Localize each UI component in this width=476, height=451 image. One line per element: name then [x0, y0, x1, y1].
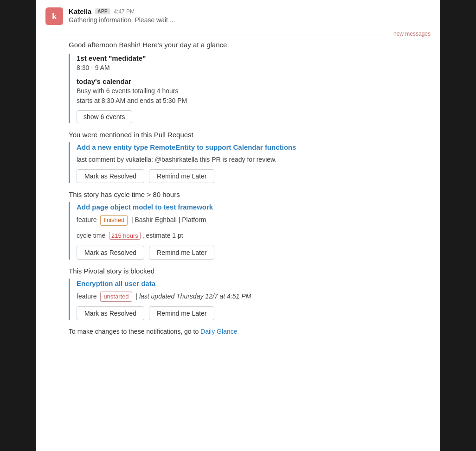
pivotal-last-updated: last updated Thursday 12/7 at 4:51 PM — [139, 292, 251, 300]
app-badge: APP — [95, 8, 110, 14]
timestamp: 4:47 PM — [114, 8, 135, 15]
story-detail-line2: cycle time 215 hours , estimate 1 pt — [77, 230, 431, 241]
pivotal-remind-button[interactable]: Remind me Later — [149, 306, 214, 320]
intro-text: Good afternoon Bashir! Here's your day a… — [69, 41, 431, 49]
avatar-letter: k — [52, 12, 57, 21]
story-author: Bashir Eghbali — [135, 216, 177, 223]
pivotal-title[interactable]: Encryption all user data — [77, 279, 431, 288]
calendar-block: 1st event "medidate" 8:30 - 9 AM today's… — [69, 54, 431, 123]
pivotal-action-buttons: Mark as Resolved Remind me Later — [77, 306, 431, 320]
show-events-button[interactable]: show 6 events — [77, 110, 132, 123]
story-title[interactable]: Add page object model to test framework — [77, 202, 431, 212]
header-name-row: Katella APP 4:47 PM — [69, 7, 431, 15]
story-resolve-button[interactable]: Mark as Resolved — [77, 246, 144, 260]
header-subtitle: Gathering information. Please wait ... — [69, 16, 431, 24]
story-intro: This story has cycle time > 80 hours — [69, 191, 431, 198]
story-cycle-label: cycle time — [77, 232, 105, 239]
first-event-time: 8:30 - 9 AM — [77, 63, 431, 73]
story-estimate: , estimate 1 pt — [142, 232, 183, 239]
pr-title[interactable]: Add a new entity type RemoteEntity to su… — [77, 142, 431, 152]
calendar-heading: today's calendar — [77, 77, 431, 85]
story-remind-button[interactable]: Remind me Later — [149, 246, 214, 260]
new-messages-label: new messages — [393, 31, 431, 37]
badge-unstarted: unstarted — [100, 292, 132, 302]
calendar-busy: Busy with 6 events totalling 4 hours — [77, 86, 431, 96]
pr-intro: You were mentioned in this Pull Request — [69, 131, 431, 139]
footer-text: To make changes to these notifications, … — [69, 328, 431, 335]
badge-finished: finished — [100, 215, 128, 226]
pr-action-buttons: Mark as Resolved Remind me Later — [77, 169, 431, 183]
divider-line — [45, 34, 389, 34]
new-messages-divider: new messages — [36, 31, 440, 37]
pr-comment: last comment by vukatella: @bashirkatell… — [77, 155, 431, 165]
footer-label: To make changes to these notifications, … — [69, 328, 199, 335]
chat-window: k Katella APP 4:47 PM Gathering informat… — [36, 0, 440, 451]
story-detail-line1: feature finished | Bashir Eghbali | Plat… — [77, 215, 431, 226]
pr-resolve-button[interactable]: Mark as Resolved — [77, 169, 144, 183]
story-action-buttons: Mark as Resolved Remind me Later — [77, 246, 431, 260]
story-cycle-value: 215 hours — [109, 232, 141, 240]
first-event-label: 1st event "medidate" — [77, 54, 431, 62]
message-header: k Katella APP 4:47 PM Gathering informat… — [36, 0, 440, 29]
sender-name: Katella — [69, 7, 91, 15]
story-feature-label: feature — [77, 216, 97, 223]
calendar-times: starts at 8:30 AM and ends at 5:30 PM — [77, 96, 431, 106]
pivotal-block: Encryption all user data feature unstart… — [69, 279, 431, 321]
pr-remind-button[interactable]: Remind me Later — [149, 169, 214, 183]
message-body: Good afternoon Bashir! Here's your day a… — [36, 41, 440, 344]
pr-block: Add a new entity type RemoteEntity to su… — [69, 142, 431, 183]
avatar: k — [45, 7, 63, 25]
header-meta: Katella APP 4:47 PM Gathering informatio… — [69, 7, 431, 24]
daily-glance-link[interactable]: Daily Glance — [200, 328, 237, 335]
story-platform: Platform — [182, 216, 206, 223]
pivotal-detail: feature unstarted | last updated Thursda… — [77, 291, 431, 302]
pivotal-intro: This Pivotal story is blocked — [69, 267, 431, 275]
pivotal-feature-label: feature — [77, 292, 97, 300]
story-block: Add page object model to test framework … — [69, 202, 431, 260]
pivotal-resolve-button[interactable]: Mark as Resolved — [77, 306, 144, 320]
